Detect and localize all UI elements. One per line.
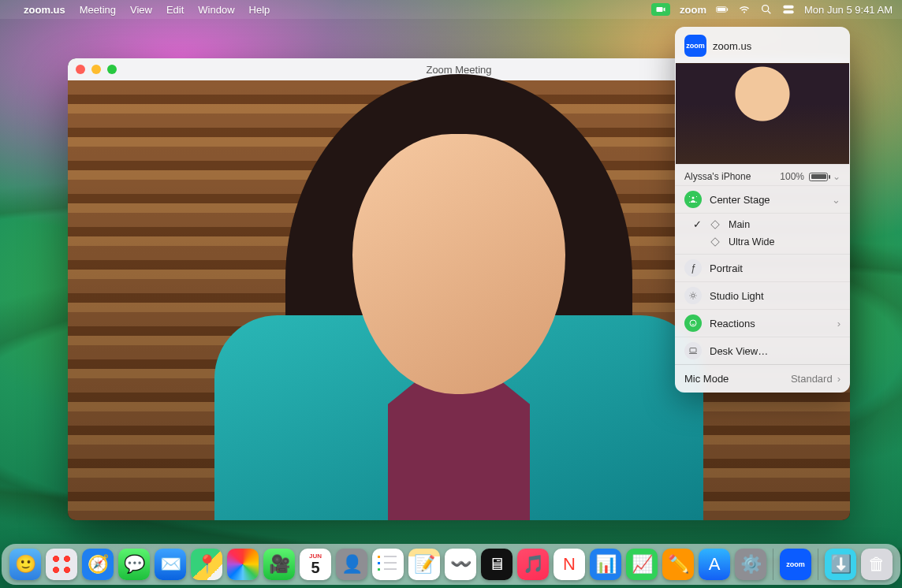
- dock-messages[interactable]: 💬: [118, 549, 150, 580]
- dock-news[interactable]: N: [554, 549, 585, 580]
- studio-light-label: Studio Light: [710, 290, 840, 302]
- portrait-row[interactable]: ƒ Portrait: [675, 254, 850, 281]
- dock-contacts[interactable]: 👤: [336, 549, 367, 580]
- svg-rect-2: [727, 8, 728, 10]
- svg-rect-10: [690, 348, 696, 353]
- dock-numbers[interactable]: 📈: [626, 549, 658, 580]
- dock-tv[interactable]: 🖥: [481, 549, 512, 580]
- dock-facetime[interactable]: 🎥: [263, 549, 295, 580]
- dock-reminders[interactable]: [372, 549, 404, 580]
- battery-icon: [809, 173, 828, 181]
- camera-preview: [676, 63, 849, 164]
- menu-help[interactable]: Help: [249, 4, 270, 16]
- svg-rect-6: [783, 10, 793, 13]
- dock-pages[interactable]: ✏️: [662, 549, 694, 580]
- dock-separator: [773, 549, 773, 580]
- studio-light-row[interactable]: Studio Light: [675, 281, 850, 309]
- studio-light-icon: [684, 287, 702, 304]
- chevron-right-icon: ›: [837, 318, 840, 329]
- svg-rect-5: [783, 6, 793, 9]
- dock-freeform[interactable]: 〰️: [445, 549, 476, 580]
- clock-menulet[interactable]: Mon Jun 5 9:41 AM: [804, 4, 893, 16]
- dock-keynote[interactable]: 📊: [590, 549, 621, 580]
- center-stage-row[interactable]: Center Stage ⌄: [675, 185, 850, 213]
- video-effects-panel: zoom zoom.us Alyssa's iPhone 100% ⌄ Cent…: [675, 27, 850, 393]
- mic-mode-value: Standard: [791, 373, 833, 385]
- desk-view-icon: [684, 342, 702, 359]
- option-main-label: Main: [729, 219, 750, 230]
- camera-indicator[interactable]: [651, 3, 670, 16]
- video-icon: [656, 5, 665, 14]
- svg-point-8: [691, 294, 695, 297]
- dock: 🙂 🧭 💬 ✉️ 📍 🎥 JUN 5 👤 📝 〰️ 🖥 🎵 N 📊 📈 ✏️ A…: [2, 544, 900, 585]
- reactions-icon: [684, 314, 702, 332]
- center-stage-options: ✓ Main Ultra Wide: [675, 213, 850, 254]
- zoom-brand-indicator[interactable]: zoom: [680, 4, 706, 16]
- dock-launchpad[interactable]: [46, 549, 77, 580]
- dock-appstore[interactable]: A: [699, 549, 730, 580]
- lens-icon: [710, 236, 721, 247]
- dock-zoom[interactable]: zoom: [780, 549, 811, 580]
- spotlight-menulet[interactable]: [760, 3, 773, 16]
- dock-maps[interactable]: 📍: [191, 549, 222, 580]
- portrait-label: Portrait: [710, 262, 840, 274]
- option-ultra-wide[interactable]: Ultra Wide: [675, 233, 850, 251]
- svg-rect-1: [718, 8, 725, 12]
- dock-notes[interactable]: 📝: [408, 549, 440, 580]
- dock-calendar[interactable]: JUN 5: [300, 549, 331, 580]
- portrait-icon: ƒ: [684, 259, 702, 277]
- dock-trash[interactable]: 🗑: [861, 549, 893, 580]
- control-center-icon: [782, 3, 795, 16]
- desk-view-label: Desk View…: [710, 345, 840, 357]
- wifi-menulet[interactable]: [738, 3, 751, 16]
- battery-menulet[interactable]: [716, 3, 729, 16]
- dock-downloads[interactable]: ⬇️: [825, 549, 856, 580]
- menu-edit[interactable]: Edit: [166, 4, 184, 16]
- center-stage-icon: [684, 191, 702, 208]
- option-main[interactable]: ✓ Main: [675, 215, 850, 233]
- reactions-row[interactable]: Reactions ›: [675, 309, 850, 337]
- dock-music[interactable]: 🎵: [517, 549, 549, 580]
- center-stage-label: Center Stage: [710, 194, 824, 206]
- svg-point-3: [762, 6, 769, 12]
- menu-meeting[interactable]: Meeting: [80, 4, 116, 16]
- search-icon: [760, 3, 773, 16]
- dock-safari[interactable]: 🧭: [82, 549, 114, 580]
- menubar: zoom.us Meeting View Edit Window Help zo…: [0, 0, 902, 19]
- desk-view-row[interactable]: Desk View…: [675, 337, 850, 364]
- dock-photos[interactable]: [227, 549, 259, 580]
- menu-view[interactable]: View: [130, 4, 152, 16]
- menu-app[interactable]: zoom.us: [24, 4, 65, 16]
- option-ultra-wide-label: Ultra Wide: [729, 236, 774, 247]
- dock-settings[interactable]: ⚙️: [735, 549, 766, 580]
- lens-icon: [710, 219, 721, 230]
- menu-window[interactable]: Window: [198, 4, 234, 16]
- svg-point-7: [692, 197, 695, 199]
- battery-icon: [716, 3, 729, 16]
- svg-line-4: [768, 11, 770, 13]
- checkmark-icon: ✓: [692, 218, 702, 230]
- device-name: Alyssa's iPhone: [684, 171, 751, 182]
- device-battery-pct: 100%: [780, 171, 804, 182]
- zoom-app-icon: zoom: [684, 35, 706, 57]
- wifi-icon: [738, 3, 751, 16]
- chevron-right-icon: ›: [837, 373, 840, 385]
- dock-mail[interactable]: ✉️: [155, 549, 186, 580]
- dock-finder[interactable]: 🙂: [9, 549, 41, 580]
- reactions-label: Reactions: [710, 318, 829, 329]
- device-chevron[interactable]: ⌄: [833, 171, 840, 182]
- svg-point-9: [690, 320, 696, 326]
- calendar-day: 5: [311, 560, 319, 575]
- panel-app-label: zoom.us: [713, 40, 751, 52]
- chevron-down-icon: ⌄: [832, 194, 840, 206]
- mic-mode-label: Mic Mode: [684, 373, 729, 385]
- mic-mode-row[interactable]: Mic Mode Standard ›: [675, 364, 850, 393]
- participant-main: [214, 110, 703, 520]
- control-center-menulet[interactable]: [782, 3, 795, 16]
- dock-separator: [818, 549, 818, 580]
